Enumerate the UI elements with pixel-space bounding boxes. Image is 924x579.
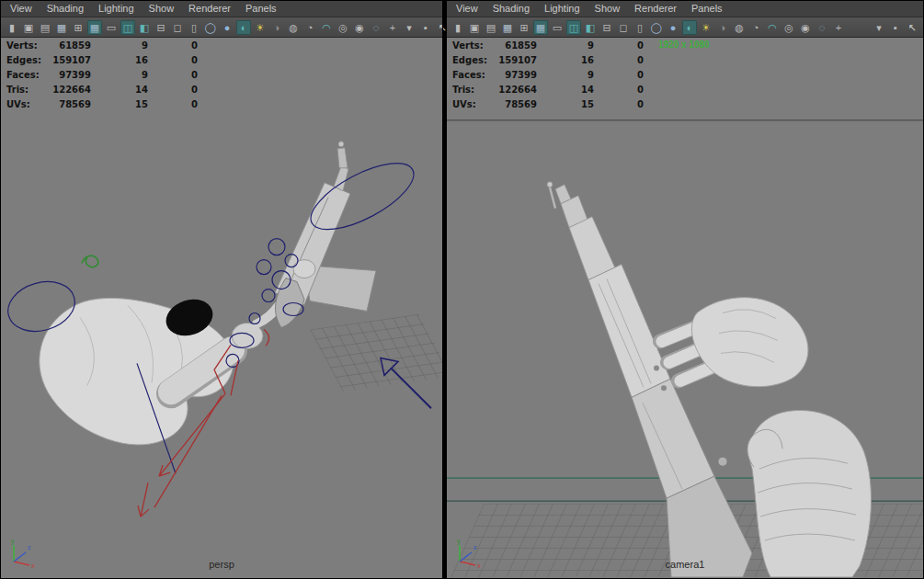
smooth-shade-icon[interactable]: ●: [666, 20, 680, 35]
shadows-icon[interactable]: ◑: [715, 20, 730, 35]
ambient-occlusion-icon[interactable]: ◍: [732, 20, 747, 35]
isolate-select-icon[interactable]: ◉: [352, 20, 367, 35]
hud-row-faces: Faces: 97399 9 0: [452, 67, 644, 82]
wireframe-icon[interactable]: ◯: [203, 20, 218, 35]
hud-selected: 16: [91, 55, 148, 65]
menu-panels[interactable]: Panels: [684, 1, 730, 17]
resolution-gate-icon[interactable]: ◫: [120, 20, 135, 35]
select-camera-icon[interactable]: ▮: [5, 20, 19, 35]
hud-selected: 14: [537, 85, 594, 95]
menu-show[interactable]: Show: [142, 1, 182, 17]
resolution-gate-icon[interactable]: ◫: [566, 20, 581, 35]
shadows-icon[interactable]: ◑: [269, 20, 284, 35]
resolution-gate-text: 1920 x 1080: [658, 40, 710, 50]
menu-show[interactable]: Show: [587, 1, 628, 17]
safe-title-icon[interactable]: ▯: [633, 20, 647, 35]
persp-3d-scene[interactable]: [1, 38, 442, 577]
depth-of-field-icon[interactable]: ◎: [781, 20, 796, 35]
image-plane-icon[interactable]: ▦: [54, 20, 69, 35]
anti-alias-icon[interactable]: ◠: [765, 20, 780, 35]
hud-selected: 9: [91, 40, 148, 51]
snap-menu-icon[interactable]: ▾: [872, 20, 886, 35]
safe-title-icon[interactable]: ▯: [187, 20, 201, 35]
rifle-model: [275, 142, 376, 328]
axis-y-label: y: [457, 538, 461, 545]
highlight-icon[interactable]: ▪: [888, 20, 903, 35]
lights-icon[interactable]: ☀: [253, 20, 268, 35]
hud-total: 78569: [496, 99, 537, 109]
grid-icon[interactable]: ▦: [533, 20, 548, 35]
gate-mask-icon[interactable]: ◧: [137, 20, 152, 35]
anti-alias-icon[interactable]: ◠: [319, 20, 334, 35]
image-plane-icon[interactable]: ▦: [500, 20, 515, 35]
hud-other: 0: [594, 40, 644, 51]
lock-camera-icon[interactable]: ▣: [21, 20, 36, 35]
menu-renderer[interactable]: Renderer: [181, 1, 238, 17]
hud-other: 0: [148, 55, 198, 65]
hud-label: Faces:: [452, 70, 496, 80]
pan-zoom-icon[interactable]: ⊞: [517, 20, 531, 35]
hud-row-verts: Verts: 61859 9 0: [6, 38, 198, 52]
menu-shading[interactable]: Shading: [40, 1, 91, 17]
textured-icon[interactable]: ◐: [236, 20, 251, 35]
hud-selected: 9: [537, 70, 594, 80]
field-chart-icon[interactable]: ⊟: [154, 20, 168, 35]
motion-blur-icon[interactable]: ◔: [302, 20, 317, 35]
camera-bookmark-icon[interactable]: ▤: [484, 20, 498, 35]
pan-zoom-icon[interactable]: ⊞: [71, 20, 86, 35]
textured-icon[interactable]: ◐: [682, 20, 697, 35]
menu-view[interactable]: View: [449, 1, 485, 17]
menu-lighting[interactable]: Lighting: [537, 1, 587, 17]
highlight-icon[interactable]: ▪: [418, 20, 433, 35]
gate-mask-icon[interactable]: ◧: [583, 20, 598, 35]
green-control-curve[interactable]: [82, 255, 98, 267]
lights-icon[interactable]: ☀: [699, 20, 713, 35]
snap-menu-icon[interactable]: ▾: [402, 20, 416, 35]
lock-camera-icon[interactable]: ▣: [467, 20, 482, 35]
hud-row-tris: Tris: 122664 14 0: [452, 82, 644, 96]
heads-up-display: Verts: 61859 9 0 Edges: 159107 16 0 Face…: [6, 38, 198, 111]
menu-view[interactable]: View: [3, 1, 40, 17]
smooth-shade-icon[interactable]: ●: [220, 20, 234, 35]
cursor-icon[interactable]: ↖: [905, 20, 919, 35]
film-gate-icon[interactable]: ▭: [550, 20, 565, 35]
camera-name-label: persp: [1, 559, 442, 570]
grid-icon[interactable]: ▦: [87, 20, 102, 35]
depth-of-field-icon[interactable]: ◎: [336, 20, 350, 35]
menu-shading[interactable]: Shading: [485, 1, 537, 17]
hud-total: 97399: [51, 70, 91, 80]
menu-panels[interactable]: Panels: [238, 1, 284, 17]
isolate-select-icon[interactable]: ◉: [798, 20, 813, 35]
field-chart-icon[interactable]: ⊟: [599, 20, 614, 35]
camera1-3d-scene[interactable]: [447, 38, 923, 577]
hud-label: UVs:: [6, 99, 51, 109]
camera-bookmark-icon[interactable]: ▤: [38, 20, 52, 35]
camera-name-label: camera1: [447, 559, 923, 570]
xray-icon[interactable]: ◌: [369, 20, 383, 35]
select-camera-icon[interactable]: ▮: [451, 20, 465, 35]
menu-renderer[interactable]: Renderer: [627, 1, 684, 17]
safe-action-icon[interactable]: ◻: [170, 20, 185, 35]
hud-other: 0: [148, 85, 198, 95]
viewport-panel-persp: View Shading Lighting Show Renderer Pane…: [1, 1, 442, 578]
motion-blur-icon[interactable]: ◔: [748, 20, 763, 35]
trigger-hand-glove: [747, 410, 871, 577]
hud-row-faces: Faces: 97399 9 0: [6, 67, 198, 82]
menu-lighting[interactable]: Lighting: [91, 1, 142, 17]
xray-joints-icon[interactable]: +: [385, 20, 400, 35]
ambient-occlusion-icon[interactable]: ◍: [286, 20, 301, 35]
hud-selected: 15: [91, 99, 148, 109]
film-gate-icon[interactable]: ▭: [104, 20, 119, 35]
wireframe-icon[interactable]: ◯: [649, 20, 664, 35]
hud-total: 78569: [51, 99, 91, 109]
xray-joints-icon[interactable]: +: [831, 20, 846, 35]
viewport-camera1[interactable]: 1920 x 1080 Verts: 61859 9 0 Edges: 1591…: [447, 38, 923, 577]
panel-menubar: View Shading Lighting Show Renderer Pane…: [1, 1, 442, 17]
viewport-persp[interactable]: Verts: 61859 9 0 Edges: 159107 16 0 Face…: [1, 38, 442, 577]
hud-other: 0: [148, 40, 198, 51]
hud-total: 159107: [51, 55, 91, 65]
safe-action-icon[interactable]: ◻: [616, 20, 631, 35]
xray-icon[interactable]: ◌: [815, 20, 829, 35]
hud-selected: 9: [537, 40, 594, 51]
hud-total: 122664: [51, 85, 91, 95]
